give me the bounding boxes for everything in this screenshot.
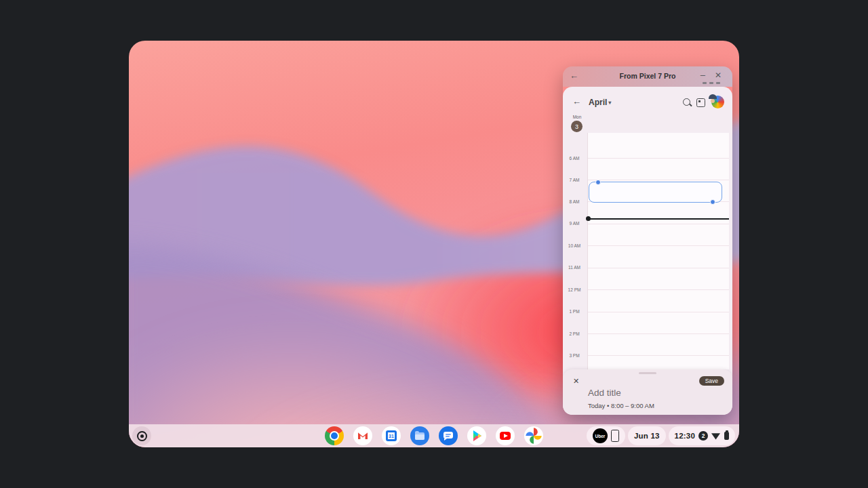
time-label: 12 PM (563, 287, 586, 292)
current-time-dot (586, 216, 591, 221)
files-icon[interactable] (410, 426, 429, 445)
hour-line (588, 158, 729, 159)
event-time-summary: Today • 8:00 – 9:00 AM (588, 402, 654, 409)
folder-front (415, 434, 425, 440)
youtube-play-rect (500, 432, 511, 440)
day-grid[interactable] (587, 133, 729, 369)
time-label: 8 AM (563, 199, 586, 204)
time-label: 7 AM (563, 178, 586, 182)
svg-text:31: 31 (389, 434, 394, 439)
chevron-down-icon: ▾ (608, 100, 611, 106)
tray-time: 12:30 (675, 432, 695, 440)
play-store-icon[interactable] (467, 426, 486, 445)
close-button[interactable]: ✕ (715, 70, 722, 80)
sheet-drag-handle[interactable] (639, 372, 656, 374)
time-label: 1 PM (563, 309, 586, 314)
calendar-header: ← April▾ (563, 87, 732, 117)
status-tray: Uber Jun 13 12:30 2 (587, 426, 735, 445)
window-titlebar[interactable]: ← From Pixel 7 Pro – ✕ (563, 66, 732, 87)
hour-line (588, 180, 729, 180)
youtube-icon[interactable] (496, 426, 515, 445)
sheet-close-icon[interactable]: ✕ (573, 377, 579, 386)
calendar-app: ← April▾ Mon 3 6 AM 7 AM 8 AM 9 AM 10 AM… (563, 87, 732, 415)
battery-icon (724, 432, 729, 440)
new-event-block[interactable] (589, 182, 722, 203)
notification-count-badge: 2 (698, 431, 708, 441)
hour-line (588, 289, 729, 290)
time-label: 11 AM (563, 265, 586, 270)
save-button[interactable]: Save (699, 376, 724, 386)
hour-line (588, 224, 729, 224)
minimize-button[interactable]: – (701, 70, 705, 80)
weekday-label: Mon (571, 115, 583, 119)
shelf: 31 (129, 424, 739, 447)
phone-hub-window: ← From Pixel 7 Pro – ✕ ← April▾ Mon 3 (563, 66, 732, 415)
event-edit-sheet: ✕ Save Add title Today • 8:00 – 9:00 AM (563, 369, 732, 415)
quick-settings-button[interactable]: 12:30 2 (669, 426, 735, 445)
hour-line (588, 268, 729, 268)
wifi-icon (711, 432, 720, 440)
photos-icon[interactable] (524, 426, 543, 445)
time-label: 2 PM (563, 331, 586, 336)
phone-icon (611, 430, 619, 442)
messages-icon[interactable] (439, 426, 458, 445)
time-label: 6 AM (563, 156, 586, 161)
launcher-icon (137, 431, 147, 441)
search-icon[interactable] (683, 98, 690, 106)
phone-statusbar-icons (703, 82, 720, 84)
calendar-app-icon[interactable]: 31 (382, 426, 401, 445)
tray-date: Jun 13 (634, 432, 660, 440)
launcher-button[interactable] (132, 426, 151, 445)
month-dropdown[interactable]: April▾ (589, 98, 611, 107)
account-avatar[interactable] (711, 96, 724, 108)
chromeos-desktop: ← From Pixel 7 Pro – ✕ ← April▾ Mon 3 (129, 41, 739, 447)
uber-notification-icon: Uber (593, 428, 608, 443)
calendar-back-icon[interactable]: ← (572, 96, 581, 106)
hour-line (588, 245, 729, 246)
chat-bubble (443, 432, 453, 439)
screen: ← From Pixel 7 Pro – ✕ ← April▾ Mon 3 (0, 0, 868, 488)
event-resize-handle-top[interactable] (595, 180, 601, 185)
chrome-icon[interactable] (325, 426, 344, 445)
window-title: From Pixel 7 Pro (563, 72, 732, 80)
hour-line (588, 312, 729, 312)
current-time-indicator (588, 218, 729, 220)
today-calendar-icon[interactable] (696, 98, 705, 107)
hour-line (588, 333, 729, 334)
phone-hub-tray-button[interactable]: Uber (587, 426, 625, 445)
date-tray-button[interactable]: Jun 13 (628, 426, 666, 445)
selected-day-badge[interactable]: 3 (571, 121, 583, 132)
gmail-icon[interactable] (353, 426, 372, 445)
event-title-input[interactable]: Add title (588, 388, 621, 398)
month-label: April (589, 98, 607, 107)
hour-line (588, 355, 729, 356)
event-resize-handle-bottom[interactable] (710, 199, 715, 205)
time-label: 3 PM (563, 353, 586, 358)
shelf-apps: 31 (325, 426, 543, 445)
time-label: 10 AM (563, 243, 586, 248)
time-label: 9 AM (563, 221, 586, 226)
